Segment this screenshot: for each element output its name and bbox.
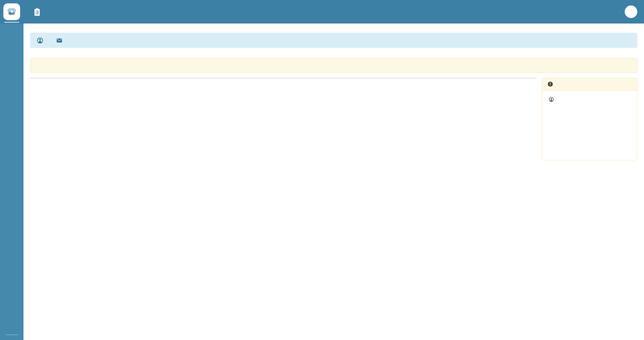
app-logo[interactable] [3, 3, 20, 20]
form-panel [30, 78, 536, 78]
note-header [542, 78, 637, 91]
sidebar [0, 24, 23, 340]
top-header [0, 0, 644, 24]
info-circle-icon [547, 81, 553, 87]
back-to-onboarding-button[interactable] [625, 5, 637, 18]
note-panel [542, 78, 637, 160]
user-circle-icon [36, 37, 44, 44]
envelope-icon [56, 37, 62, 44]
candidate-bar [30, 33, 637, 48]
main-row [30, 78, 637, 160]
user-circle-icon [548, 97, 554, 102]
main-content [23, 0, 644, 160]
info-alert [30, 58, 637, 73]
sidebar-divider [5, 335, 18, 335]
butterfly-logo-icon [5, 5, 18, 18]
logo-underline [4, 22, 19, 23]
sidebar-nav [0, 24, 23, 25]
note-body [542, 91, 637, 160]
clipboard-icon [33, 8, 42, 16]
sidebar-bottom-nav [0, 335, 23, 339]
